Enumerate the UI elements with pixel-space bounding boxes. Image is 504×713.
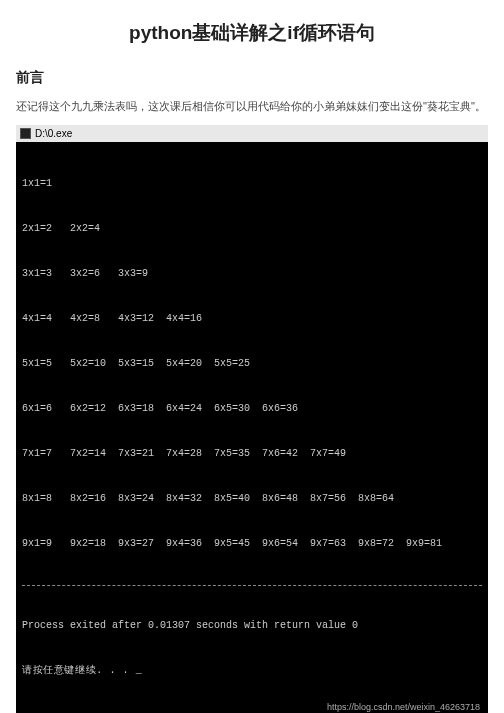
console-row: 9x1=9 9x2=18 9x3=27 9x4=36 9x5=45 9x6=54…: [22, 536, 482, 551]
preface-text: 还记得这个九九乘法表吗，这次课后相信你可以用代码给你的小弟弟妹妹们变出这份"葵花…: [16, 97, 488, 116]
console-titlebar: D:\0.exe: [16, 125, 488, 142]
console-exit-line: Process exited after 0.01307 seconds wit…: [22, 618, 482, 633]
console-screenshot: D:\0.exe 1x1=1 2x1=2 2x2=4 3x1=3 3x2=6 3…: [16, 125, 488, 713]
console-row: 5x1=5 5x2=10 5x3=15 5x4=20 5x5=25: [22, 356, 482, 371]
page-title: python基础详解之if循环语句: [16, 18, 488, 48]
console-row: 3x1=3 3x2=6 3x3=9: [22, 266, 482, 281]
console-row: 6x1=6 6x2=12 6x3=18 6x4=24 6x5=30 6x6=36: [22, 401, 482, 416]
preface-heading: 前言: [16, 66, 488, 88]
watermark-text: https://blog.csdn.net/weixin_46263718: [327, 701, 480, 713]
console-row: 1x1=1: [22, 176, 482, 191]
console-prompt: 请按任意键继续. . . _: [22, 663, 482, 678]
console-row: 7x1=7 7x2=14 7x3=21 7x4=28 7x5=35 7x6=42…: [22, 446, 482, 461]
console-body: 1x1=1 2x1=2 2x2=4 3x1=3 3x2=6 3x3=9 4x1=…: [16, 142, 488, 713]
console-separator: [22, 585, 482, 586]
console-row: 2x1=2 2x2=4: [22, 221, 482, 236]
app-icon: [20, 128, 31, 139]
console-row: 8x1=8 8x2=16 8x3=24 8x4=32 8x5=40 8x6=48…: [22, 491, 482, 506]
console-titlebar-text: D:\0.exe: [35, 126, 72, 141]
console-row: 4x1=4 4x2=8 4x3=12 4x4=16: [22, 311, 482, 326]
